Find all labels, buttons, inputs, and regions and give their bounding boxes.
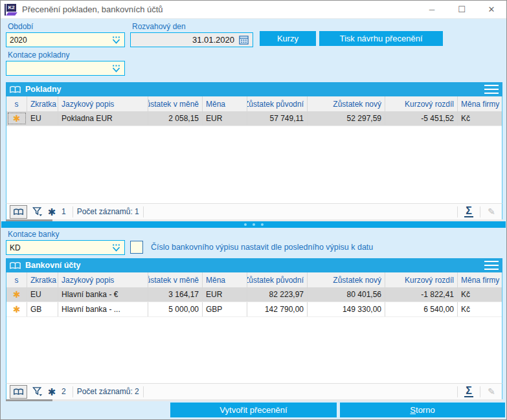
panel-splitter[interactable]: [1, 221, 506, 228]
cell-mena-firmy: Kč: [458, 302, 502, 316]
asterisk-count: 2: [62, 387, 66, 396]
period-value: 2020: [10, 36, 111, 45]
record-asterisk-icon: ✱: [13, 114, 21, 123]
bank-statement-checkbox-label[interactable]: Číslo bankovního výpisu nastavit dle pos…: [151, 243, 373, 252]
column-header-zustatek-novy[interactable]: Zůstatek nový: [308, 272, 385, 287]
cancel-button[interactable]: Storno: [340, 403, 505, 417]
bank-contation-dropdown-icon[interactable]: [111, 241, 121, 254]
column-header-s[interactable]: s: [6, 96, 27, 111]
column-header-zustatek-mena[interactable]: Zůstatek v měně: [148, 96, 203, 111]
cell-mena: EUR: [203, 111, 247, 126]
column-header-kurzovy-rozdil[interactable]: Kurzový rozdíl: [385, 96, 458, 111]
period-input[interactable]: 2020: [6, 32, 125, 47]
table-row[interactable]: ✱ GB Hlavní banka - ... 5 000,00 GBP 142…: [6, 302, 502, 317]
cell-mena-firmy: Kč: [458, 111, 502, 126]
window-title: Přecenění pokladen, bankovních účtů: [22, 5, 163, 14]
cell-zustatek-mena: 2 058,15: [148, 111, 203, 126]
close-icon[interactable]: ✕: [477, 1, 506, 19]
bank-contation-input[interactable]: KD: [6, 240, 125, 255]
cell-kurzovy-rozdil: -5 451,52: [385, 111, 458, 126]
maximize-icon[interactable]: ☐: [447, 1, 477, 19]
column-header-mena[interactable]: Měna: [203, 272, 247, 287]
scrollbar-thumb[interactable]: [6, 399, 52, 401]
asterisk-filter-button[interactable]: ✱: [45, 205, 59, 219]
bank-contation-group: Kontace banky KD: [6, 230, 125, 255]
column-header-zkratka[interactable]: Zkratka: [27, 272, 58, 287]
column-header-mena-firmy[interactable]: Měna firmy: [458, 96, 502, 111]
bank-contation-label: Kontace banky: [8, 230, 125, 239]
record-asterisk-icon: ✱: [13, 290, 21, 299]
cell-zustatek-puvodni: 57 749,11: [247, 111, 308, 126]
cell-kurzovy-rozdil: 6 540,00: [385, 302, 458, 316]
cell-zustatek-mena: 5 000,00: [148, 302, 203, 316]
cell-zustatek-novy: 52 297,59: [308, 111, 385, 126]
cancel-button-accelerator: S: [410, 405, 416, 415]
cell-zustatek-novy: 80 401,56: [308, 287, 385, 302]
column-header-zustatek-puvodni[interactable]: Zůstatek původní: [247, 272, 308, 287]
balance-day-input[interactable]: 31.01.2020: [130, 32, 253, 47]
book-view-button[interactable]: [10, 205, 27, 219]
cash-contation-dropdown-icon[interactable]: [111, 61, 121, 75]
filter-button[interactable]: [30, 385, 45, 399]
sum-button[interactable]: Σ: [462, 205, 476, 219]
edit-button[interactable]: ✎: [484, 385, 499, 399]
cell-kurzovy-rozdil: -1 822,41: [385, 287, 458, 302]
record-count-label: Počet záznamů: 2: [77, 387, 139, 396]
cell-zustatek-novy: 149 330,00: [308, 302, 385, 316]
asterisk-filter-button[interactable]: ✱: [45, 385, 59, 399]
column-header-mena-firmy[interactable]: Měna firmy: [458, 272, 502, 287]
bank-grid-body: ✱ EU Hlavní banka - € 3 164,17 EUR 82 22…: [6, 287, 502, 383]
cash-grid-panel: Pokladny s Zkratka Jazykový popis Zůstat…: [6, 82, 502, 221]
column-header-popis[interactable]: Jazykový popis: [58, 272, 148, 287]
cash-contation-input[interactable]: [6, 61, 125, 76]
k2-app-icon: K2: [5, 4, 17, 16]
filter-button[interactable]: [30, 205, 45, 219]
column-header-popis[interactable]: Jazykový popis: [58, 96, 148, 111]
column-header-zustatek-puvodni[interactable]: Zůstatek původní: [247, 96, 308, 111]
column-header-s[interactable]: s: [6, 272, 27, 287]
table-row[interactable]: ✱ EU Hlavní banka - € 3 164,17 EUR 82 22…: [6, 287, 502, 302]
calendar-icon[interactable]: [238, 33, 249, 47]
create-revaluation-button[interactable]: Vytvořit přecenění: [170, 403, 337, 417]
cash-grid-body: ✱ EU Pokladna EUR 2 058,15 EUR 57 749,11…: [6, 111, 502, 203]
period-group: Období 2020: [6, 22, 125, 47]
row-status-cell: ✱: [6, 302, 27, 316]
cell-popis: Hlavní banka - €: [58, 287, 148, 302]
book-icon: [14, 208, 23, 216]
cell-mena: GBP: [203, 302, 247, 316]
cash-grid-title: Pokladny: [25, 85, 484, 94]
book-icon: [10, 261, 21, 270]
horizontal-scrollbar[interactable]: [6, 399, 502, 401]
book-view-button[interactable]: [10, 385, 27, 399]
grid-menu-icon[interactable]: [484, 85, 499, 94]
cell-zustatek-puvodni: 142 790,00: [247, 302, 308, 316]
cash-grid-footer: ✱ 1 Počet záznamů: 1 Σ ✎: [6, 203, 502, 219]
column-header-kurzovy-rozdil[interactable]: Kurzový rozdíl: [385, 272, 458, 287]
column-header-zustatek-novy[interactable]: Zůstatek nový: [308, 96, 385, 111]
edit-button[interactable]: ✎: [484, 205, 499, 219]
pencil-icon: ✎: [488, 386, 495, 397]
print-revaluation-button[interactable]: Tisk návrhu přecenění: [319, 31, 443, 46]
sigma-icon: Σ: [464, 386, 473, 397]
minimize-icon[interactable]: ─: [417, 1, 447, 19]
column-header-zustatek-mena[interactable]: Zůstatek v měně: [148, 272, 203, 287]
balance-day-label: Rozvahový den: [132, 22, 253, 31]
bank-contation-value: KD: [10, 243, 111, 252]
bank-grid-column-headers: s Zkratka Jazykový popis Zůstatek v měně…: [6, 272, 502, 287]
filter-icon: [32, 206, 43, 217]
column-header-zkratka[interactable]: Zkratka: [27, 96, 58, 111]
cash-grid-column-headers: s Zkratka Jazykový popis Zůstatek v měně…: [6, 96, 502, 111]
bank-grid-panel: Bankovní účty s Zkratka Jazykový popis Z…: [6, 258, 502, 401]
rates-button[interactable]: Kurzy: [260, 31, 316, 46]
column-header-mena[interactable]: Měna: [203, 96, 247, 111]
bank-grid-footer: ✱ 2 Počet záznamů: 2 Σ ✎: [6, 383, 502, 399]
grid-menu-icon[interactable]: [484, 261, 499, 270]
asterisk-count: 1: [62, 207, 66, 216]
titlebar[interactable]: K2 Přecenění pokladen, bankovních účtů ─…: [1, 1, 506, 19]
table-row[interactable]: ✱ EU Pokladna EUR 2 058,15 EUR 57 749,11…: [6, 111, 502, 126]
book-icon: [14, 388, 23, 395]
record-count-label: Počet záznamů: 1: [77, 207, 139, 216]
period-dropdown-icon[interactable]: [111, 33, 121, 47]
sum-button[interactable]: Σ: [462, 385, 476, 399]
bank-statement-checkbox[interactable]: [130, 241, 143, 254]
